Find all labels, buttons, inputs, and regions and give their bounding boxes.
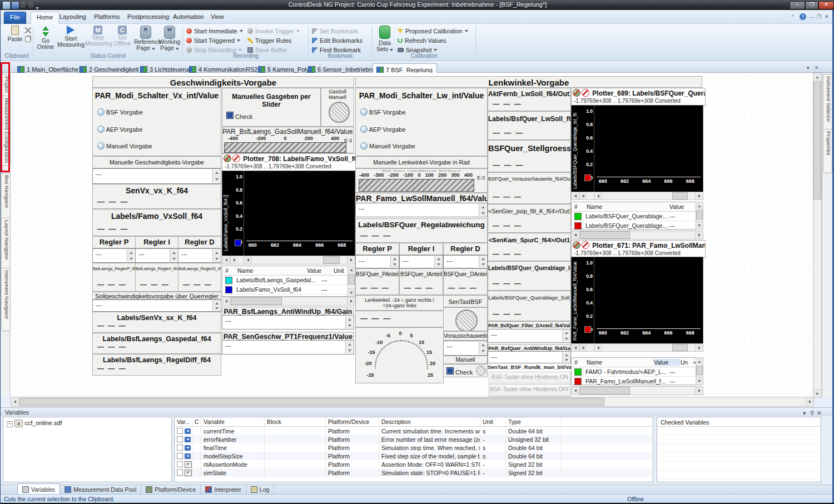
regler-p-input[interactable]: --- bbox=[92, 248, 136, 263]
stop-measuring-button[interactable]: M Stop Measuring bbox=[85, 26, 111, 47]
dock-tab-platform-device[interactable]: Platform/Device bbox=[141, 484, 201, 494]
start-triggered-button[interactable]: Start Triggered bbox=[186, 36, 240, 44]
plot-stop-icon[interactable] bbox=[232, 154, 240, 162]
regler-d-input-lw[interactable]: --- bbox=[443, 255, 488, 268]
gas-slider-bar[interactable] bbox=[224, 142, 346, 153]
plot-stop-icon[interactable] bbox=[582, 241, 589, 249]
plot-disable-icon[interactable] bbox=[573, 241, 580, 249]
panel-pin-icon[interactable]: ⚲ bbox=[810, 410, 815, 416]
steer-slider-bar[interactable] bbox=[359, 179, 474, 192]
help-icon[interactable]: ? bbox=[800, 13, 806, 20]
tab-platforms[interactable]: Platforms bbox=[88, 12, 125, 25]
dock-tab-variables[interactable]: Variables bbox=[17, 483, 60, 494]
table-row[interactable]: ➜ modelStepSize PlatformFixed step size … bbox=[175, 452, 653, 460]
spinner[interactable] bbox=[562, 330, 570, 342]
voraus-input[interactable]: --- bbox=[443, 341, 488, 356]
regler-p-input-lw[interactable]: --- bbox=[355, 255, 399, 268]
tab-postprocessing[interactable]: Postprocessing bbox=[122, 12, 175, 25]
child-close-icon[interactable]: ✕ bbox=[825, 14, 829, 19]
spinner[interactable] bbox=[562, 352, 570, 362]
bsf-taster-off-button[interactable]: BSF-Taster ohne Hindernis OFF bbox=[489, 384, 571, 397]
querregler-input[interactable]: --- bbox=[92, 300, 221, 312]
spinner[interactable] bbox=[479, 256, 487, 267]
spinner[interactable] bbox=[479, 342, 487, 355]
radio-manuell-vorgabe-lw[interactable]: Manuell Vorgabe bbox=[360, 142, 415, 149]
table-row[interactable]: ➜ errorNumber PlatformError number of la… bbox=[175, 435, 653, 443]
canvas-hscroll[interactable] bbox=[11, 397, 814, 407]
lwsoll-input[interactable]: --- bbox=[355, 203, 488, 217]
row-checkbox[interactable] bbox=[177, 436, 183, 442]
regler-i-input[interactable]: --- bbox=[135, 248, 178, 263]
manuell-mini-knob[interactable] bbox=[476, 366, 486, 376]
legend-row[interactable]: Labels/Famo_VxSoll_f64--- bbox=[222, 285, 348, 295]
dock-tab-interpreter[interactable]: Interpreter bbox=[201, 484, 246, 494]
go-offline-button[interactable]: C Go Offline bbox=[112, 26, 133, 47]
legend-hscroll[interactable] bbox=[571, 231, 703, 239]
spinner[interactable] bbox=[212, 249, 220, 262]
plot-disable-icon[interactable] bbox=[573, 89, 580, 97]
dfilter-input[interactable]: --- bbox=[488, 329, 571, 343]
legend-vscroll[interactable] bbox=[696, 202, 703, 229]
proposed-calibration-button[interactable]: Proposed Calibration bbox=[398, 27, 468, 35]
working-page-button[interactable]: W Working Page bbox=[158, 26, 181, 51]
plotter-689-plot-area[interactable]: 660662664666668 bbox=[594, 105, 703, 193]
legend-vscroll[interactable] bbox=[696, 357, 703, 385]
row-checkbox[interactable] bbox=[177, 428, 183, 434]
row-checkbox[interactable] bbox=[177, 445, 183, 451]
row-checkbox[interactable] bbox=[177, 461, 183, 467]
plotter-689-hscroll[interactable] bbox=[594, 192, 703, 200]
spinner[interactable] bbox=[345, 316, 353, 328]
refresh-values-button[interactable]: Refresh Values bbox=[398, 36, 446, 44]
gassoll-knob[interactable] bbox=[329, 102, 350, 123]
radio-manuell-vorgabe[interactable]: Manuell Vorgabe bbox=[97, 142, 152, 149]
regler-i-input-lw[interactable]: --- bbox=[399, 255, 443, 268]
reference-page-button[interactable]: R Reference Page bbox=[134, 26, 157, 51]
spinner[interactable] bbox=[127, 249, 135, 262]
sentastbsf-knob[interactable] bbox=[455, 310, 478, 331]
spinner[interactable] bbox=[434, 256, 442, 267]
restore-button[interactable]: ❐ bbox=[805, 1, 818, 9]
bsf-taster-on-button[interactable]: BSF-Taster ohne Hindernis ON bbox=[489, 372, 571, 385]
tabbar-dropdown-icon[interactable]: ▾ bbox=[807, 65, 810, 71]
legend-row[interactable]: FAMO - Fahrtmodus/<AEP_L...--- bbox=[572, 367, 696, 377]
sidebar-tab-instrument-selector[interactable]: Instrument Selector bbox=[823, 74, 832, 132]
copy-icon[interactable] bbox=[25, 36, 31, 42]
sidebar-tab-properties[interactable]: Properties bbox=[823, 129, 832, 173]
trigger-rules-button[interactable]: Trigger Rules bbox=[247, 36, 292, 44]
data-sets-button[interactable]: Data Sets bbox=[374, 26, 395, 52]
legend-hscroll[interactable] bbox=[571, 386, 703, 395]
plotter-671-hscroll[interactable] bbox=[594, 343, 703, 352]
awu2-input[interactable]: --- bbox=[488, 351, 571, 363]
legend-row[interactable]: Labels/BSFQuer_Querablage_Ist_f...--- bbox=[572, 221, 696, 231]
table-row[interactable]: ➜ currentTime PlatformCurrent simulation… bbox=[175, 427, 653, 435]
plot-stop-icon[interactable] bbox=[582, 89, 589, 97]
legend-hscroll[interactable] bbox=[222, 297, 355, 306]
table-row[interactable]: ➜ finalTime PlatformSimulation stop time… bbox=[175, 443, 653, 452]
lenkwinkel-gauge[interactable]: 0 -5 5 -10 10 -15 15 -20 20 -25 25 bbox=[355, 327, 444, 383]
radio-aep-vorgabe[interactable]: AEP Vorgabe bbox=[97, 126, 142, 133]
panel-dropdown-icon[interactable]: ▾ bbox=[803, 410, 806, 416]
legend-vscroll[interactable] bbox=[348, 266, 355, 297]
plot-disable-icon[interactable] bbox=[224, 154, 231, 162]
yaxis-scroll[interactable] bbox=[571, 343, 594, 352]
row-checkbox[interactable] bbox=[177, 453, 183, 459]
spinner[interactable] bbox=[170, 249, 177, 262]
child-minimize-icon[interactable]: — bbox=[810, 14, 815, 20]
panel-close-icon[interactable]: ✕ bbox=[817, 410, 822, 416]
table-row[interactable]: P rtiAssertionMode PlatformAssertion Mod… bbox=[175, 460, 653, 468]
sidebar-tab-layout-navigator[interactable]: Layout Navigator bbox=[1, 218, 11, 270]
spinner[interactable] bbox=[212, 169, 220, 183]
start-immediate-button[interactable]: Start Immediate bbox=[186, 27, 243, 35]
legend-row[interactable]: PAR_Famo_LwSollManuell_f...--- bbox=[572, 377, 696, 386]
plotter-708-plot-area[interactable]: 660662664666668 bbox=[244, 171, 355, 257]
antiwindup-input[interactable]: --- bbox=[222, 315, 354, 330]
legend-row[interactable]: Labels/BSFQuer_Querablage_Soll...--- bbox=[572, 212, 696, 221]
pt1-input[interactable]: --- bbox=[222, 340, 354, 355]
tab-layouting[interactable]: Layouting bbox=[54, 12, 92, 25]
radio-bsf-vorgabe[interactable]: BSF Vorgabe bbox=[97, 108, 143, 116]
tree-item-ccf-online[interactable]: + a ccf_online.sdf bbox=[3, 417, 171, 427]
set-bookmark-button[interactable]: Set Bookmark bbox=[312, 27, 358, 35]
regler-d-input[interactable]: --- bbox=[178, 248, 221, 263]
radio-bsf-vorgabe-lw[interactable]: BSF Vorgabe bbox=[360, 108, 406, 116]
child-restore-icon[interactable]: ❐ bbox=[817, 14, 821, 19]
